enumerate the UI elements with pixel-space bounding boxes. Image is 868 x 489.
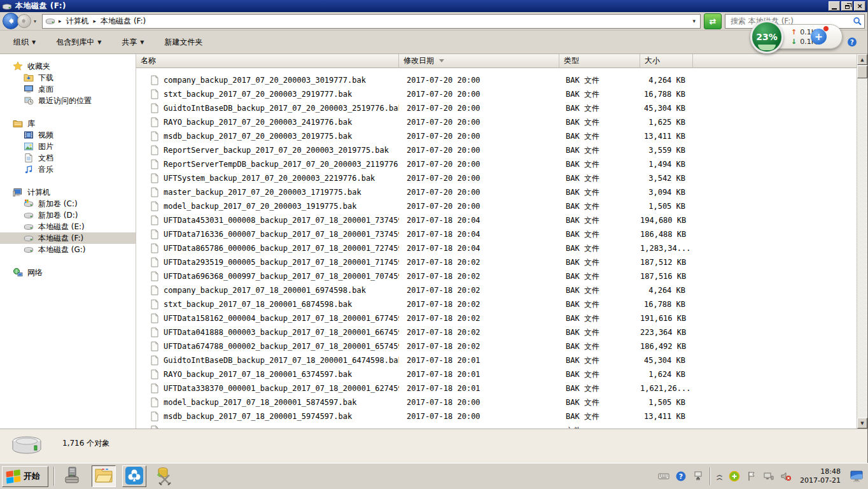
language-bar-options-icon[interactable] xyxy=(692,471,704,482)
sidebar-section-收藏夹[interactable]: 收藏夹 xyxy=(0,60,136,72)
sidebar-item-音乐[interactable]: 音乐 xyxy=(0,164,136,175)
sidebar-item-本地磁盘 (E:)[interactable]: 本地磁盘 (E:) xyxy=(0,221,136,232)
sidebar-item-本地磁盘 (F:)[interactable]: 本地磁盘 (F:) xyxy=(0,232,136,244)
file-row[interactable]: RAYO_backup_2017_07_20_200003_2419776.ba… xyxy=(136,115,857,129)
file-row[interactable]: UFTData338370_000001_backup_2017_07_18_2… xyxy=(136,381,857,395)
show-hidden-icons-chevron[interactable]: ︿︿ xyxy=(717,473,723,480)
file-date-cell: 2017-07-18 20:02 xyxy=(399,342,559,351)
file-row[interactable]: GuidtoIntBaseDB_backup_2017_07_20_200003… xyxy=(136,101,857,115)
show-desktop-button[interactable] xyxy=(849,466,865,487)
file-icon xyxy=(150,257,159,267)
file-row[interactable]: ReportServer_backup_2017_07_20_200003_20… xyxy=(136,143,857,157)
file-row[interactable]: UFTData293519_000005_backup_2017_07_18_2… xyxy=(136,255,857,269)
column-header-名称[interactable]: 名称 xyxy=(136,54,399,68)
file-name-cell: UFTData716336_000007_backup_2017_07_18_2… xyxy=(136,229,399,239)
sidebar-item-桌面[interactable]: 桌面 xyxy=(0,83,136,95)
safety-orb-icon[interactable] xyxy=(729,471,740,482)
file-row[interactable]: GuidtoIntBaseDB_backup_2017_07_18_200001… xyxy=(136,353,857,367)
close-icon: × xyxy=(857,3,862,10)
language-help-icon[interactable]: ? xyxy=(675,471,687,482)
minimize-button[interactable] xyxy=(829,1,840,11)
sidebar-item-视频[interactable]: 视频 xyxy=(0,129,136,141)
help-icon[interactable]: ? xyxy=(847,37,857,47)
sidebar-item-新加卷 (D:)[interactable]: 新加卷 (D:) xyxy=(0,209,136,221)
sidebar-item-图片[interactable]: 图片 xyxy=(0,141,136,152)
file-row[interactable]: UFTSystem_backup_2017_07_20_200003_22197… xyxy=(136,171,857,185)
file-name-cell: master_backup_2017_07_20_200003_1719775.… xyxy=(136,187,399,197)
file-row[interactable]: stxt_backup_2017_07_20_200003_2919777.ba… xyxy=(136,87,857,101)
network-tray-icon[interactable] xyxy=(763,471,774,482)
taskbar-app-database-tools-icon[interactable] xyxy=(153,465,177,487)
taskbar-app-server-manager-icon[interactable] xyxy=(61,465,85,487)
column-header-修改日期[interactable]: 修改日期 xyxy=(399,54,559,68)
sidebar-item-最近访问的位置[interactable]: 最近访问的位置 xyxy=(0,95,136,106)
vertical-scrollbar[interactable]: ▲ ▼ xyxy=(857,54,867,429)
back-arrow-icon xyxy=(6,17,15,25)
sidebar-item-新加卷 (C:)[interactable]: 新加卷 (C:) xyxy=(0,198,136,209)
address-combo[interactable]: ▸ 计算机 ▸ 本地磁盘 (F:) ▾ xyxy=(42,14,701,29)
sidebar-section-计算机[interactable]: 计算机 xyxy=(0,187,136,198)
system-tray: ? ︿︿ 18:48 2017-07-21 xyxy=(652,466,868,487)
toolbar-button-包含到库中[interactable]: 包含到库中▼ xyxy=(49,34,108,51)
file-row[interactable]: model_backup_2017_07_18_200001_5874597.b… xyxy=(136,395,857,409)
file-row[interactable]: ReportServerTempDB_backup_2017_07_20_200… xyxy=(136,157,857,171)
file-row[interactable]: 文件 xyxy=(136,423,857,429)
history-dropdown[interactable]: ▾ xyxy=(31,18,39,24)
traffic-monitor-widget[interactable]: ↑ 0.1K/s ↓ 0.1K/s 23% + xyxy=(753,20,836,55)
file-row[interactable]: msdb_backup_2017_07_20_200003_2019775.ba… xyxy=(136,129,857,143)
file-row[interactable]: stxt_backup_2017_07_18_200001_6874598.ba… xyxy=(136,297,857,311)
column-header-大小[interactable]: 大小 xyxy=(640,54,693,68)
file-row[interactable]: company_backup_2017_07_20_200003_3019777… xyxy=(136,73,857,87)
toolbar-button-新建文件夹[interactable]: 新建文件夹 xyxy=(157,34,209,51)
file-row[interactable]: UFTData453031_000008_backup_2017_07_18_2… xyxy=(136,213,857,227)
file-name-cell: ReportServer_backup_2017_07_20_200003_20… xyxy=(136,145,399,155)
taskbar-app-clover-app-icon[interactable] xyxy=(122,465,146,487)
file-row[interactable]: UFTData674788_000002_backup_2017_07_18_2… xyxy=(136,339,857,353)
close-button[interactable]: × xyxy=(854,1,865,11)
scrollbar-track[interactable] xyxy=(857,78,867,418)
address-dropdown-icon[interactable]: ▾ xyxy=(692,18,697,24)
file-date-cell: 2017-07-20 20:00 xyxy=(399,118,559,127)
file-name-cell: UFTData293519_000005_backup_2017_07_18_2… xyxy=(136,257,399,267)
file-row[interactable]: msdb_backup_2017_07_18_200001_5974597.ba… xyxy=(136,409,857,423)
column-header-类型[interactable]: 类型 xyxy=(559,54,640,68)
tray-clock[interactable]: 18:48 2017-07-21 xyxy=(797,467,843,486)
action-center-flag-icon[interactable] xyxy=(746,471,757,482)
refresh-button[interactable]: ⇄ xyxy=(704,13,722,29)
file-row[interactable]: company_backup_2017_07_18_200001_6974598… xyxy=(136,283,857,297)
file-icon xyxy=(150,285,159,295)
file-name-cell: model_backup_2017_07_18_200001_5874597.b… xyxy=(136,397,399,408)
sidebar-item-本地磁盘 (G:)[interactable]: 本地磁盘 (G:) xyxy=(0,244,136,255)
breadcrumb-current-drive[interactable]: 本地磁盘 (F:) xyxy=(99,16,147,27)
scrollbar-thumb[interactable] xyxy=(857,66,867,78)
file-date-cell: 2017-07-18 20:02 xyxy=(399,272,559,281)
taskbar-app-explorer-folder-icon[interactable] xyxy=(92,465,116,487)
file-row[interactable]: UFTData696368_000997_backup_2017_07_18_2… xyxy=(136,269,857,283)
file-row[interactable]: master_backup_2017_07_20_200003_1719775.… xyxy=(136,185,857,199)
sidebar-item-下载[interactable]: 下载 xyxy=(0,72,136,83)
keyboard-icon[interactable] xyxy=(658,471,669,482)
file-name-label: stxt_backup_2017_07_20_200003_2919777.ba… xyxy=(164,90,352,99)
file-row[interactable]: UFTData158162_000004_backup_2017_07_18_2… xyxy=(136,311,857,325)
toolbar-button-组织[interactable]: 组织▼ xyxy=(6,34,43,51)
toolbar-button-共享[interactable]: 共享▼ xyxy=(115,34,151,51)
drive-icon xyxy=(24,244,34,255)
title-bar[interactable]: 本地磁盘 (F:) × xyxy=(0,0,867,12)
forward-button[interactable] xyxy=(17,14,31,28)
breadcrumb-computer[interactable]: 计算机 xyxy=(65,16,90,27)
file-row[interactable]: UFTData865786_000006_backup_2017_07_18_2… xyxy=(136,241,857,255)
file-row[interactable]: model_backup_2017_07_20_200003_1919775.b… xyxy=(136,199,857,213)
file-row[interactable]: UFTData716336_000007_backup_2017_07_18_2… xyxy=(136,227,857,241)
sidebar-section-库[interactable]: 库 xyxy=(0,118,136,129)
memory-percent-orb[interactable]: 23% xyxy=(750,20,783,53)
restore-button[interactable] xyxy=(841,1,853,11)
sidebar-section-网络[interactable]: 网络 xyxy=(0,267,136,278)
desktop-icon xyxy=(24,84,34,94)
sidebar-item-文档[interactable]: 文档 xyxy=(0,152,136,164)
file-row[interactable]: RAYO_backup_2017_07_18_200001_6374597.ba… xyxy=(136,367,857,381)
muted-speaker-icon[interactable] xyxy=(780,471,792,482)
scroll-down-button[interactable]: ▼ xyxy=(857,418,867,429)
scroll-up-button[interactable]: ▲ xyxy=(857,54,867,65)
start-button[interactable]: 开始 xyxy=(2,466,48,487)
file-row[interactable]: UFTData041888_000003_backup_2017_07_18_2… xyxy=(136,325,857,339)
